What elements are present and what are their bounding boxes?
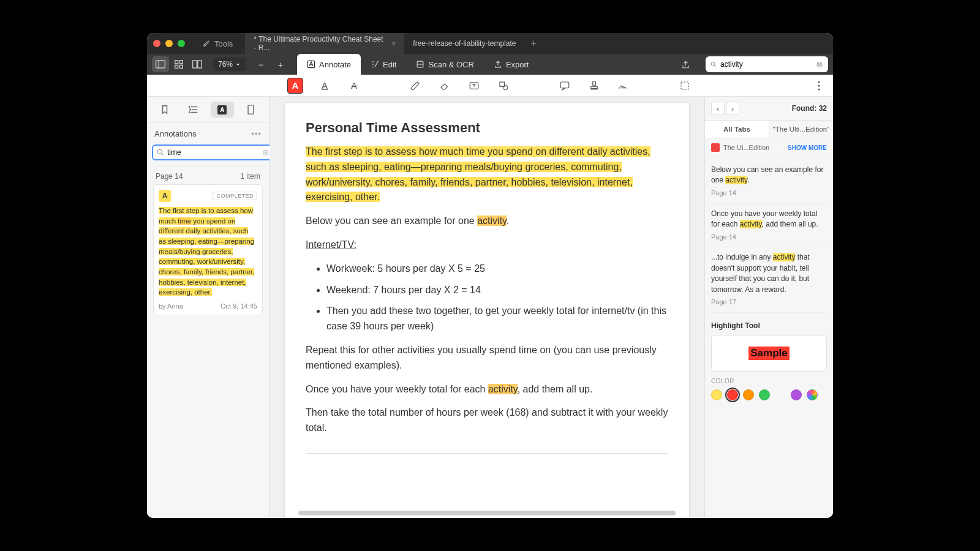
paragraph-1: The first step is to assess how much tim… [306,144,668,205]
select-area-tool[interactable] [677,78,693,94]
color-purple[interactable] [791,389,802,400]
note-tool[interactable] [557,78,573,94]
global-search-input[interactable] [720,60,812,69]
stamp-tool[interactable] [586,78,602,94]
two-page-icon [192,60,202,69]
annotations-tab[interactable]: A [211,102,234,118]
minimize-window-button[interactable] [165,40,173,47]
svg-point-0 [204,45,205,46]
svg-rect-1 [156,61,165,68]
list-item: Then you add these two together, to get … [326,304,668,334]
search-icon [710,61,717,69]
textbox-tool[interactable] [466,78,482,94]
mode-annotate[interactable]: Annotate [297,54,361,75]
highlight-tool-active[interactable]: A [287,78,303,94]
share-button[interactable] [681,60,698,69]
export-icon [494,60,502,69]
close-tab-icon[interactable]: × [391,39,396,48]
signature-tool[interactable] [616,78,631,94]
shape-icon [498,80,509,91]
color-yellow[interactable] [711,389,722,400]
tab-active[interactable]: * The Ultimate Productivity Cheat Sheet … [245,33,404,54]
strikethrough-tool[interactable]: A [346,78,362,94]
annotation-page-header: Page 14 1 item [153,167,263,184]
svg-point-29 [157,149,162,154]
color-orange[interactable] [743,389,754,400]
zoom-in-button[interactable]: + [273,59,288,70]
select-icon [679,80,690,91]
show-more-link[interactable]: SHOW MORE [788,144,827,151]
result-page: Page 14 [711,189,827,198]
page-label: Page 14 [156,172,183,181]
scope-all-tabs[interactable]: All Tabs [705,121,769,138]
clear-search-icon[interactable]: ⊗ [816,59,823,69]
app-window: Tools * The Ultimate Productivity Cheat … [147,33,833,518]
annotation-status-badge: COMPLETED [213,192,257,200]
zoom-dropdown[interactable]: 76% [213,58,246,71]
sidebar-toggle-button[interactable] [152,56,169,72]
shape-tool[interactable] [496,78,511,94]
document-page: Personal Time Assessment The first step … [285,103,689,518]
tools-menu[interactable]: Tools [196,37,239,51]
tab-inactive[interactable]: free-release-of-liability-template [404,33,524,54]
annotation-excerpt: The first step is to assess how much tim… [159,206,257,298]
svg-point-16 [503,85,508,90]
svg-rect-7 [193,61,197,68]
textbox-icon [469,80,480,91]
annotations-title: Annotations [154,129,197,138]
next-result-button[interactable]: › [726,102,739,115]
tools-label: Tools [214,39,233,48]
svg-rect-8 [198,61,202,68]
color-red[interactable] [727,389,738,400]
eraser-icon [439,80,450,91]
search-result[interactable]: Once you have your weekly total for each… [711,204,827,248]
bookmarks-tab[interactable] [153,102,176,118]
grid-icon [175,60,183,69]
annotations-search-field[interactable]: ⊗ [152,144,274,160]
global-search-field[interactable]: ⊗ [706,56,828,72]
annotations-options-button[interactable]: ••• [251,129,262,138]
result-source-row[interactable]: The Ul...Edition SHOW MORE [705,138,833,157]
new-tab-button[interactable]: + [524,33,542,54]
pages-tab[interactable] [239,102,263,118]
prev-result-button[interactable]: ‹ [711,102,725,115]
svg-point-19 [818,81,820,83]
note-icon [559,80,570,91]
document-viewport[interactable]: Personal Time Assessment The first step … [270,97,704,518]
scope-current-doc[interactable]: "The Ulti...Edition" [769,121,833,138]
outline-tab[interactable] [182,102,205,118]
tool-options-button[interactable] [811,78,827,94]
mode-label: Export [506,60,529,69]
mode-scan[interactable]: Scan & OCR [406,54,483,75]
color-picker-button[interactable] [807,389,818,400]
thumbnails-view-button[interactable] [170,56,187,72]
close-window-button[interactable] [153,40,160,47]
stamp-icon [589,80,600,91]
mode-edit[interactable]: Edit [361,54,406,75]
zoom-value: 76% [218,60,233,69]
mode-tabs: Annotate Edit Scan & OCR Export [297,54,538,75]
source-name: The Ul...Edition [723,144,769,151]
svg-line-13 [715,66,717,67]
two-page-view-button[interactable] [189,56,206,72]
clear-icon[interactable]: ⊗ [262,148,270,157]
annotations-search-input[interactable] [167,148,259,157]
pen-tool[interactable] [407,78,423,94]
highlight-type-icon: A [159,190,171,202]
mode-export[interactable]: Export [484,54,539,75]
underline-tool[interactable]: A [317,78,333,94]
zoom-out-button[interactable]: − [253,59,269,70]
search-result[interactable]: Below you can see an example for one act… [711,160,827,204]
color-green[interactable] [759,389,770,400]
horizontal-scrollbar[interactable] [282,511,692,515]
tab-label: free-release-of-liability-template [413,39,516,48]
chevron-down-icon [235,62,241,67]
svg-line-30 [162,154,164,156]
maximize-window-button[interactable] [178,40,185,47]
annotation-card[interactable]: A COMPLETED The first step is to assess … [153,184,263,315]
svg-point-21 [818,88,820,90]
eraser-tool[interactable] [437,78,453,94]
subheading: Internet/TV: [306,238,668,253]
search-result[interactable]: ...to indulge in any activity that doesn… [711,247,827,313]
outline-icon [189,105,198,114]
